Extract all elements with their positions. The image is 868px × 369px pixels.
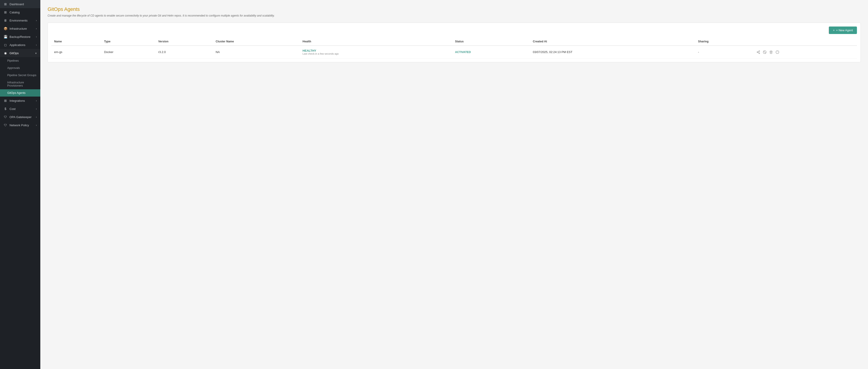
col-health: Health xyxy=(300,38,452,46)
sidebar-item-label: Backup/Restore xyxy=(9,35,31,38)
gitops-agents-label: GitOps Agents xyxy=(7,91,26,94)
agent-sharing: - xyxy=(695,46,754,58)
cost-icon: $ xyxy=(4,107,7,111)
col-version: Version xyxy=(155,38,213,46)
dashboard-icon: ⊞ xyxy=(4,2,7,6)
agent-health: HEALTHY Last check-in a few seconds ago xyxy=(300,46,452,58)
gitops-icon: ◉ xyxy=(4,51,7,55)
new-agent-icon: + xyxy=(833,29,835,32)
new-agent-label: + New Agent xyxy=(836,29,853,32)
sidebar-item-label: GitOps xyxy=(9,52,19,55)
catalog-icon: ⊞ xyxy=(4,10,7,14)
row-action-buttons xyxy=(756,50,854,54)
backup-icon: 💾 xyxy=(4,35,7,38)
col-actions xyxy=(754,38,857,46)
environments-icon: 🖥 xyxy=(4,19,7,22)
info-icon[interactable] xyxy=(776,50,779,54)
health-checkin: Last check-in a few seconds ago xyxy=(303,52,450,55)
sidebar-item-infrastructure[interactable]: 📦 Infrastructure › xyxy=(0,25,40,33)
svg-point-1 xyxy=(757,52,758,53)
sidebar: ⊞ Dashboard ⊞ Catalog 🖥 Environments › 📦… xyxy=(0,0,40,369)
pipeline-secret-groups-label: Pipeline Secret Groups xyxy=(7,74,36,77)
agent-actions xyxy=(754,46,857,58)
status-badge: ACTIVATED xyxy=(455,51,471,54)
chevron-right-icon: › xyxy=(36,36,37,38)
new-agent-button[interactable]: + + New Agent xyxy=(829,27,857,34)
agent-type: Docker xyxy=(101,46,155,58)
page-description: Create and manage the lifecycle of CD ag… xyxy=(48,14,861,17)
main-content: GitOps Agents Create and manage the life… xyxy=(40,0,868,369)
chevron-right-icon: › xyxy=(36,19,37,22)
chevron-right-icon: › xyxy=(36,116,37,118)
svg-line-3 xyxy=(758,52,759,53)
sidebar-item-gitops[interactable]: ◉ GitOps ∨ xyxy=(0,49,40,57)
chevron-right-icon: › xyxy=(36,27,37,30)
chevron-down-icon: ∨ xyxy=(35,52,37,54)
sidebar-item-network-policy[interactable]: 🛡 Network Policy › xyxy=(0,121,40,129)
sidebar-subitem-approvals[interactable]: Approvals xyxy=(0,64,40,72)
applications-icon: ◻ xyxy=(4,43,7,47)
chevron-right-icon: › xyxy=(36,108,37,110)
col-status: Status xyxy=(452,38,530,46)
share-icon[interactable] xyxy=(756,50,760,54)
table-row: em-gs Docker r3.2.0 NA HEALTHY Last chec… xyxy=(52,46,857,58)
infrastructure-icon: 📦 xyxy=(4,27,7,30)
sidebar-item-catalog[interactable]: ⊞ Catalog xyxy=(0,8,40,16)
sidebar-item-environments[interactable]: 🖥 Environments › xyxy=(0,16,40,25)
sidebar-item-opa-gatekeeper[interactable]: 🛡 OPA Gatekeeper › xyxy=(0,113,40,121)
sidebar-item-label: Environments xyxy=(9,19,27,22)
col-name: Name xyxy=(52,38,101,46)
chevron-right-icon: › xyxy=(36,124,37,126)
network-icon: 🛡 xyxy=(4,123,7,127)
sidebar-item-label: Cost xyxy=(9,107,16,111)
table-card: + + New Agent Name Type Version Cluster … xyxy=(48,23,861,62)
chevron-right-icon: › xyxy=(36,44,37,46)
delete-icon[interactable] xyxy=(769,50,773,54)
sidebar-item-label: Network Policy xyxy=(9,123,29,127)
infrastructure-provisioners-label: Infrastructure Provisioners xyxy=(7,81,37,87)
svg-point-0 xyxy=(759,51,760,52)
svg-point-2 xyxy=(759,53,760,54)
sidebar-item-label: OPA Gatekeeper xyxy=(9,115,31,119)
sidebar-item-cost[interactable]: $ Cost › xyxy=(0,105,40,113)
svg-line-4 xyxy=(758,51,759,52)
col-sharing: Sharing xyxy=(695,38,754,46)
agents-table: Name Type Version Cluster Name Health St… xyxy=(52,38,857,58)
health-status: HEALTHY xyxy=(303,49,450,52)
col-cluster-name: Cluster Name xyxy=(213,38,300,46)
agent-status: ACTIVATED xyxy=(452,46,530,58)
chevron-right-icon: › xyxy=(36,100,37,102)
svg-line-6 xyxy=(764,51,766,53)
sidebar-item-applications[interactable]: ◻ Applications › xyxy=(0,41,40,49)
table-header-row: Name Type Version Cluster Name Health St… xyxy=(52,38,857,46)
opa-icon: 🛡 xyxy=(4,115,7,119)
disable-icon[interactable] xyxy=(763,50,767,54)
sidebar-item-dashboard[interactable]: ⊞ Dashboard xyxy=(0,0,40,8)
sidebar-subitem-pipelines[interactable]: Pipelines xyxy=(0,57,40,64)
col-created-at: Created At xyxy=(530,38,695,46)
sidebar-item-label: Catalog xyxy=(9,11,20,14)
approvals-label: Approvals xyxy=(7,66,20,69)
sidebar-item-label: Infrastructure xyxy=(9,27,27,30)
sidebar-subitem-gitops-agents[interactable]: GitOps Agents xyxy=(0,89,40,96)
sidebar-item-backup-restore[interactable]: 💾 Backup/Restore › xyxy=(0,33,40,41)
sidebar-item-integrations[interactable]: ⊞ Integrations › xyxy=(0,96,40,105)
sidebar-subitem-infrastructure-provisioners[interactable]: Infrastructure Provisioners xyxy=(0,79,40,89)
sidebar-item-label: Dashboard xyxy=(9,2,24,6)
agent-version: r3.2.0 xyxy=(155,46,213,58)
table-toolbar: + + New Agent xyxy=(52,27,857,34)
integrations-icon: ⊞ xyxy=(4,99,7,103)
agent-cluster-name: NA xyxy=(213,46,300,58)
pipelines-label: Pipelines xyxy=(7,59,19,62)
col-type: Type xyxy=(101,38,155,46)
sidebar-item-label: Applications xyxy=(9,43,25,47)
sidebar-item-label: Integrations xyxy=(9,99,25,103)
agent-name: em-gs xyxy=(52,46,101,58)
agent-created-at: 03/07/2025, 02:24:13 PM EST xyxy=(530,46,695,58)
sidebar-subitem-pipeline-secret-groups[interactable]: Pipeline Secret Groups xyxy=(0,72,40,79)
page-title: GitOps Agents xyxy=(48,6,861,12)
